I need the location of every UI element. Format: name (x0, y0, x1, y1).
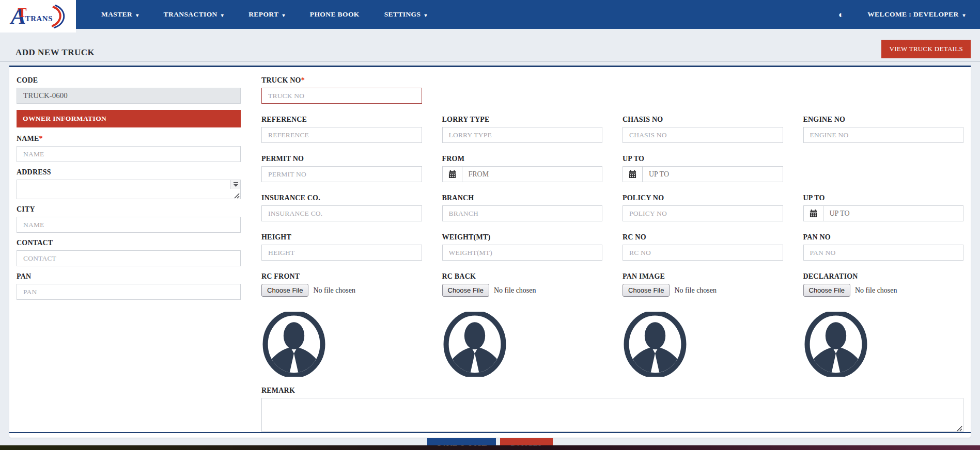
rc-front-preview (261, 309, 422, 379)
field-policy-no: POLICY NO (623, 194, 783, 221)
field-remark: REMARK (261, 387, 963, 432)
name-input[interactable] (17, 146, 241, 162)
field-rc-no: RC NO (623, 233, 783, 261)
chasis-no-input[interactable] (623, 127, 783, 143)
field-rc-front: RC FRONT Choose File No file chosen (261, 272, 422, 297)
calendar-button[interactable] (804, 206, 823, 221)
choose-file-button[interactable]: Choose File (803, 284, 850, 297)
field-engine-no: ENGINE NO (803, 116, 964, 143)
permit-upto-group (623, 166, 783, 182)
chevron-down-icon: ▾ (136, 12, 138, 18)
engine-no-input[interactable] (803, 127, 964, 143)
code-input[interactable] (17, 88, 241, 104)
field-height: HEIGHT (261, 233, 422, 261)
pan-no-label: PAN NO (803, 233, 964, 242)
field-weight: WEIGHT(MT) (442, 233, 603, 261)
file-status-text: No file chosen (674, 286, 717, 295)
pan-no-input[interactable] (803, 245, 964, 261)
reference-input[interactable] (261, 127, 422, 143)
city-input[interactable] (17, 217, 241, 233)
height-input[interactable] (261, 245, 422, 261)
form-body: CODE OWNER INFORMATION NAME* ADDRESS (9, 67, 971, 432)
policy-no-label: POLICY NO (623, 194, 783, 202)
chasis-no-label: CHASIS NO (623, 116, 783, 124)
theme-toggle-icon[interactable]: ◐ (838, 10, 844, 19)
pan-image-label: PAN IMAGE (623, 272, 783, 281)
chevron-down-icon: ▾ (424, 12, 427, 18)
choose-file-button[interactable]: Choose File (261, 284, 308, 297)
truck-no-input[interactable] (261, 88, 422, 104)
calendar-icon (448, 170, 456, 178)
remark-textarea-wrap (261, 398, 963, 432)
contact-input[interactable] (17, 250, 241, 266)
field-contact: CONTACT (17, 239, 241, 266)
engine-no-label: ENGINE NO (803, 116, 964, 124)
rc-no-input[interactable] (623, 245, 783, 261)
required-mark: * (301, 76, 305, 84)
resize-grip-icon[interactable] (233, 191, 240, 198)
avatar-placeholder-icon (623, 312, 688, 377)
remark-label: REMARK (261, 387, 963, 395)
app-logo[interactable]: A T TRANS (0, 0, 76, 33)
code-label: CODE (17, 76, 241, 85)
permit-from-input[interactable] (462, 167, 602, 182)
field-rc-back: RC BACK Choose File No file chosen (442, 272, 603, 297)
rc-front-label: RC FRONT (261, 272, 422, 281)
field-pan: PAN (17, 272, 241, 300)
top-navbar: MASTER ▾ TRANSACTION ▾ REPORT ▾ PHONE BO… (0, 0, 980, 29)
nav-item-label: PHONE BOOK (310, 10, 360, 19)
chevron-down-icon: ▾ (221, 12, 224, 18)
required-mark: * (39, 135, 43, 142)
pan-image-preview (623, 309, 783, 379)
nav-item-label: SETTINGS (384, 10, 421, 19)
policy-no-input[interactable] (623, 205, 783, 221)
nav-item-master[interactable]: MASTER ▾ (89, 0, 151, 29)
brand-word-trans: TRANS (25, 14, 53, 23)
avatar-placeholder-icon (803, 312, 868, 377)
scrollbar-down-button[interactable] (230, 180, 240, 189)
weight-input[interactable] (442, 245, 603, 261)
policy-upto-input[interactable] (823, 206, 963, 221)
page-title: ADD NEW TRUCK (15, 47, 95, 58)
permit-upto-input[interactable] (643, 167, 783, 182)
field-lorry-type: LORRY TYPE (442, 116, 603, 143)
calendar-button[interactable] (623, 167, 643, 182)
branch-input[interactable] (442, 205, 603, 221)
file-status-text: No file chosen (494, 286, 536, 295)
nav-item-report[interactable]: REPORT ▾ (236, 0, 298, 29)
chevron-down-icon: ▾ (963, 12, 966, 18)
rc-back-label: RC BACK (442, 272, 603, 281)
address-textarea[interactable] (17, 180, 241, 199)
view-truck-details-button[interactable]: VIEW TRUCK DETAILS (881, 40, 971, 58)
resize-grip-icon[interactable] (956, 424, 962, 431)
name-label: NAME* (17, 135, 241, 143)
calendar-button[interactable] (443, 167, 462, 182)
remark-textarea[interactable] (261, 398, 963, 432)
add-truck-form-card: CODE OWNER INFORMATION NAME* ADDRESS (9, 66, 971, 438)
pan-label: PAN (17, 272, 241, 281)
calendar-icon (629, 170, 636, 178)
nav-item-transaction[interactable]: TRANSACTION ▾ (151, 0, 237, 29)
choose-file-button[interactable]: Choose File (442, 284, 489, 297)
nav-item-phone-book[interactable]: PHONE BOOK (298, 0, 372, 29)
permit-no-input[interactable] (261, 166, 422, 182)
spacer (442, 76, 964, 110)
insurance-co-input[interactable] (261, 205, 422, 221)
nav-item-label: REPORT (248, 10, 278, 19)
lorry-type-input[interactable] (442, 127, 603, 143)
choose-file-button[interactable]: Choose File (623, 284, 670, 297)
declaration-file-input: Choose File No file chosen (803, 284, 964, 297)
rc-back-preview (442, 309, 603, 379)
owner-column: CODE OWNER INFORMATION NAME* ADDRESS (17, 76, 241, 432)
field-permit-upto: UP TO (623, 155, 783, 182)
field-policy-upto: UP TO (803, 194, 964, 221)
field-name: NAME* (17, 135, 241, 162)
nav-item-settings[interactable]: SETTINGS ▾ (372, 0, 440, 29)
user-menu[interactable]: WELCOME : DEVELOPER ▾ (867, 10, 966, 19)
field-truck-no: TRUCK NO* (261, 76, 422, 104)
nav-right-section: ◐ WELCOME : DEVELOPER ▾ (838, 0, 966, 29)
truck-no-label: TRUCK NO* (261, 76, 422, 85)
pan-input[interactable] (17, 284, 241, 300)
insurance-co-label: INSURANCE CO. (261, 194, 422, 202)
field-pan-no: PAN NO (803, 233, 964, 261)
